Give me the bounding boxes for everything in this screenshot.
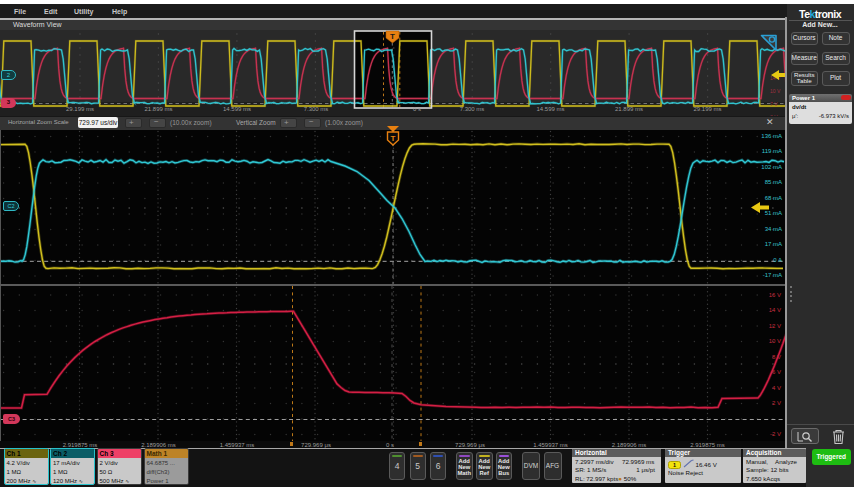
svg-text:T: T (390, 32, 395, 41)
svg-text:T: T (391, 134, 396, 143)
